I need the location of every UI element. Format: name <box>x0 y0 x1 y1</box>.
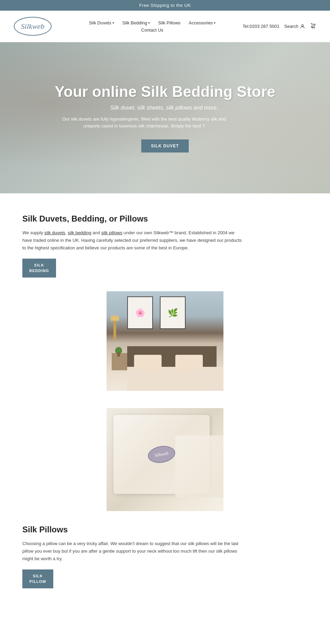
chevron-icon: ▾ <box>112 21 114 25</box>
frame-right: 🌿 <box>160 296 186 329</box>
nav-accessories[interactable]: Accessories ▾ <box>189 20 216 25</box>
nav-silk-pillows[interactable]: Silk Pillows <box>158 20 180 25</box>
section-duvets-bedding: Silk Duvets, Bedding, or Pillows We supp… <box>22 214 308 391</box>
logo-text: Silkweb <box>21 22 44 31</box>
bedroom-image: 🌸 🌿 <box>107 291 223 391</box>
hero-subtitle: Silk duvet, silk sheets, silk pillows an… <box>55 105 275 111</box>
header-right: Tel:0203 287 5001 Search <box>243 23 316 30</box>
main-content: Silk Duvets, Bedding, or Pillows We supp… <box>0 193 330 619</box>
section-pillows-title: Silk Pillows <box>22 525 308 534</box>
top-banner: Free Shipping to the UK <box>0 0 330 11</box>
search-label: Search <box>284 24 298 29</box>
nav-contact-us[interactable]: Contact Us <box>141 27 163 33</box>
bedroom-image-container: 🌸 🌿 <box>22 278 308 391</box>
nav-silk-duvets[interactable]: Silk Duvets ▾ <box>89 20 114 25</box>
nav-top: Silk Duvets ▾ Silk Bedding ▾ Silk Pillow… <box>89 20 216 25</box>
header: Silkweb Silk Duvets ▾ Silk Bedding ▾ Sil… <box>0 11 330 42</box>
hero-cta-button[interactable]: SILK DUVET <box>141 139 188 152</box>
hero-content: Your online Silk Bedding Store Silk duve… <box>55 83 275 152</box>
lamp-pole <box>113 319 116 339</box>
silk-pillow-button[interactable]: SILKPILLOW <box>22 569 53 588</box>
chevron-icon: ▾ <box>214 21 216 25</box>
pillow-right <box>175 355 203 370</box>
banner-text: Free Shipping to the UK <box>139 3 191 8</box>
silk-bedding-button[interactable]: SILKBEDDING <box>22 259 56 278</box>
search-area[interactable]: Search <box>284 24 305 29</box>
logo[interactable]: Silkweb <box>14 17 52 36</box>
pillow-image-container: Silkweb <box>22 408 308 511</box>
link-silk-duvets[interactable]: silk duvets <box>44 230 65 235</box>
section-duvets-title: Silk Duvets, Bedding, or Pillows <box>22 214 308 224</box>
cart-icon <box>310 23 316 29</box>
logo-area: Silkweb <box>14 17 52 36</box>
tel-number: Tel:0203 287 5001 <box>243 24 279 29</box>
hero-section: Your online Silk Bedding Store Silk duve… <box>0 42 330 193</box>
link-silk-bedding[interactable]: silk bedding <box>68 230 91 235</box>
hero-description: Our silk duvets are fully hypoallergenic… <box>55 116 233 130</box>
nav-silk-bedding[interactable]: Silk Bedding ▾ <box>122 20 150 25</box>
lamp-shade <box>111 315 119 321</box>
plant-pot <box>117 352 120 357</box>
silkweb-badge: Silkweb <box>146 444 176 465</box>
link-silk-pillows[interactable]: silk pillows <box>101 230 122 235</box>
cart-button[interactable] <box>310 23 316 30</box>
person-icon <box>300 24 305 29</box>
pillow-secondary <box>175 436 223 497</box>
bed-sheets <box>127 367 223 391</box>
chevron-icon: ▾ <box>148 21 150 25</box>
pillow-image: Silkweb <box>107 408 223 511</box>
hero-title: Your online Silk Bedding Store <box>55 83 275 101</box>
svg-point-0 <box>301 24 303 26</box>
section-pillows-text: Choosing a pillow can be a very tricky a… <box>22 540 242 563</box>
section-pillows: Silkweb Silk Pillows Choosing a pillow c… <box>22 408 308 588</box>
frame-left: 🌸 <box>127 296 153 329</box>
pillow-left <box>134 355 162 370</box>
nav-area: Silk Duvets ▾ Silk Bedding ▾ Silk Pillow… <box>52 20 243 33</box>
section-duvets-text: We supply silk duvets, silk bedding and … <box>22 229 242 252</box>
